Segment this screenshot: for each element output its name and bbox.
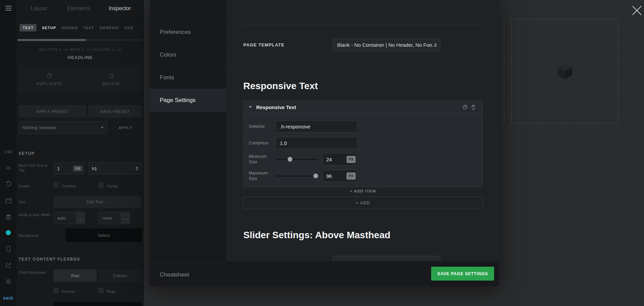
subtab-graphic[interactable]: GRAPHIC: [99, 26, 119, 30]
wrap-label: Wrap: [107, 289, 115, 294]
js-button[interactable]: JS: [0, 165, 17, 171]
save-page-settings-button[interactable]: SAVE PAGE SETTINGS: [431, 267, 494, 281]
nav-item-page-settings[interactable]: Page Settings: [150, 89, 226, 112]
accent-dot-icon[interactable]: [0, 230, 17, 235]
typing-checkbox[interactable]: [98, 183, 104, 188]
element-type-badge[interactable]: TEXT: [20, 24, 37, 32]
apply-button[interactable]: APPLY: [109, 121, 142, 134]
setup-section-title: SETUP: [19, 151, 35, 156]
compress-label: Compress: [249, 140, 273, 146]
chevron-down-icon: [101, 127, 104, 128]
settings-nav: Preferences Colors Fonts Page Settings C…: [150, 0, 226, 286]
add-button[interactable]: + ADD: [243, 197, 483, 209]
breadcrumb-separator: ⟶: [63, 47, 69, 52]
copy-icon[interactable]: [463, 105, 467, 111]
settings-content: PAGE TEMPLATE Blank - No Container | No …: [226, 0, 499, 286]
cube-icon: [557, 63, 572, 79]
apply-preset-button[interactable]: APPLY PRESET: [19, 105, 86, 118]
preset-select[interactable]: Nothing Selected: [19, 121, 107, 134]
settings-modal: Preferences Colors Fonts Page Settings C…: [150, 0, 499, 286]
typing-label: Typing: [107, 184, 117, 188]
wrap-checkbox[interactable]: [98, 288, 104, 293]
subtab-design[interactable]: DESIGN: [62, 26, 78, 30]
responsive-text-panel: Responsive Text Selector Compress: [243, 101, 483, 187]
subtab-text[interactable]: TEXT: [83, 26, 94, 30]
column-button[interactable]: Column: [98, 269, 142, 282]
hamburger-menu-icon[interactable]: [0, 4, 17, 12]
inspector-subtabs: TEXT SETUP DESIGN TEXT GRAPHIC CUS: [20, 23, 144, 33]
reverse-checkbox[interactable]: [53, 288, 59, 293]
responsive-text-heading: Responsive Text: [243, 81, 318, 91]
min-size-slider[interactable]: [275, 153, 318, 165]
max-size-slider[interactable]: [275, 170, 318, 182]
close-icon[interactable]: [631, 5, 642, 16]
min-size-value-box[interactable]: 24 PX: [323, 153, 358, 165]
subtab-scrollbar[interactable]: [17, 39, 142, 41]
max-size-label: Maximum Size: [249, 170, 273, 182]
flexbox-section-title: TEXT CONTENT FLEXBOX: [19, 257, 80, 262]
row-button[interactable]: Row: [53, 269, 97, 282]
duplicate-button[interactable]: DUPLICATE: [19, 66, 80, 93]
delete-button[interactable]: DELETE: [81, 66, 142, 93]
enable-label: Enable: [19, 184, 30, 188]
unit-chip[interactable]: PX: [347, 156, 356, 163]
subtab-customize[interactable]: CUS: [125, 26, 133, 30]
max-width-options-button[interactable]: …: [121, 212, 130, 224]
modal-footer: SAVE PAGE SETTINGS: [226, 261, 499, 286]
history-icon[interactable]: [0, 181, 17, 187]
add-item-button[interactable]: + ADD ITEM: [243, 189, 483, 193]
unit-chip[interactable]: EM: [73, 166, 82, 171]
subtab-setup[interactable]: SETUP: [42, 26, 56, 30]
min-size-label: Minimum Size: [249, 154, 273, 165]
reverse-label: Reverse: [62, 289, 75, 294]
nav-item-preferences[interactable]: Preferences: [150, 21, 226, 44]
nav-item-cheatsheet[interactable]: Cheatsheet: [150, 263, 226, 286]
tab-inspector[interactable]: Inspector: [109, 0, 131, 17]
empty-column-placeholder[interactable]: [511, 19, 618, 123]
stepper-icon: [434, 43, 437, 47]
external-link-icon[interactable]: [0, 262, 17, 268]
inspector-sidebar: Layout Elements Inspector TEXT SETUP DES…: [17, 0, 144, 306]
nav-item-fonts[interactable]: Fonts: [150, 66, 226, 89]
background-select-button[interactable]: Select: [66, 228, 142, 242]
width-label: Width & Max Width: [19, 212, 51, 217]
breadcrumb-item[interactable]: ROW 1: [70, 47, 84, 52]
save-preset-button[interactable]: SAVE PRESET: [88, 105, 142, 118]
save-button[interactable]: SAVE: [0, 295, 17, 301]
gear-icon[interactable]: [0, 278, 17, 285]
trash-icon[interactable]: [471, 105, 475, 111]
max-size-value-box[interactable]: 96 PX: [323, 170, 358, 182]
selector-label: Selector: [249, 124, 273, 129]
duplicate-icon: [47, 73, 52, 78]
collapse-icon[interactable]: [249, 106, 252, 108]
breadcrumb-item[interactable]: SECTION 1: [39, 47, 62, 52]
max-width-input[interactable]: none: [98, 212, 121, 224]
css-button[interactable]: CSS: [0, 149, 17, 155]
breadcrumb-separator: ⟶: [116, 47, 121, 52]
base-font-size-input[interactable]: 1 EM: [53, 162, 84, 175]
unit-chip[interactable]: PX: [347, 172, 356, 180]
tag-select[interactable]: h1: [88, 162, 142, 175]
device-icon[interactable]: [0, 246, 17, 252]
tool-rail: CSS JS SAVE: [0, 0, 17, 306]
nav-item-colors[interactable]: Colors: [150, 44, 226, 66]
overflow-checkbox[interactable]: [53, 183, 59, 188]
template-icon[interactable]: [0, 198, 17, 204]
tab-layout[interactable]: Layout: [31, 0, 47, 17]
clipped-control: [53, 302, 142, 306]
width-options-button[interactable]: …: [76, 212, 85, 224]
delete-icon: [109, 73, 114, 78]
background-label: Background: [19, 233, 39, 238]
edit-text-button[interactable]: Edit Text →: [53, 196, 142, 208]
breadcrumb-item[interactable]: COLUMN 1: [92, 47, 114, 52]
overflow-label: Overflow: [62, 184, 76, 188]
tab-elements[interactable]: Elements: [67, 0, 90, 17]
panel-header[interactable]: Responsive Text: [244, 101, 482, 114]
breadcrumb: SECTION 1 ⟶ ROW 1 ⟶ COLUMN 1 ⟶: [17, 47, 144, 52]
page-template-label: PAGE TEMPLATE: [243, 42, 285, 47]
width-input[interactable]: auto: [53, 212, 76, 224]
layers-icon[interactable]: [0, 214, 17, 220]
page-template-select[interactable]: Blank - No Container | No Header, No Foo…: [333, 39, 440, 51]
selector-input[interactable]: [275, 120, 358, 132]
compress-input[interactable]: [275, 137, 358, 149]
